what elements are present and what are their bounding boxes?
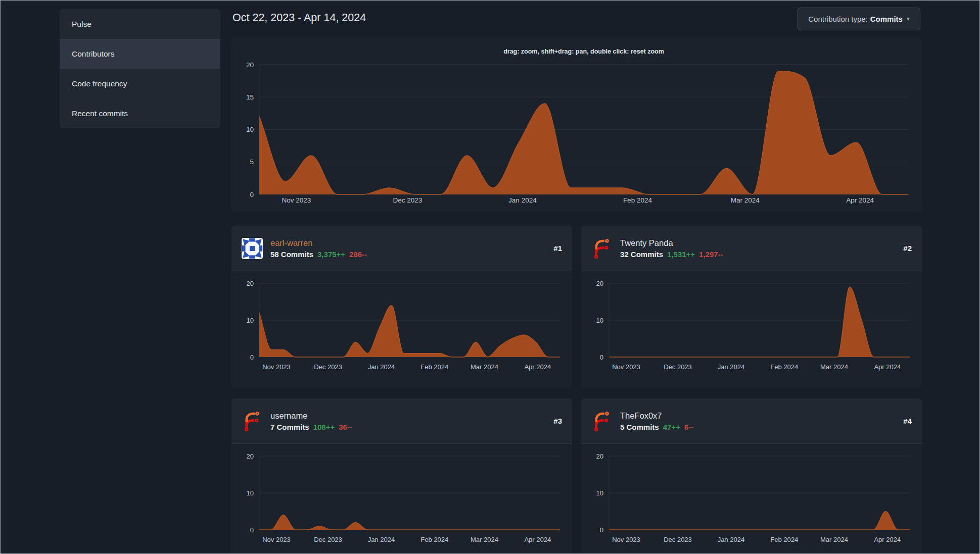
- svg-text:0: 0: [600, 526, 603, 534]
- deletions-count: 6--: [684, 423, 693, 431]
- commit-count: 32 Commits: [620, 250, 663, 259]
- svg-text:Mar 2024: Mar 2024: [471, 536, 498, 543]
- svg-text:20: 20: [596, 452, 603, 460]
- activity-sidebar: Pulse Contributors Code frequency Recent…: [60, 9, 220, 128]
- svg-text:Dec 2023: Dec 2023: [314, 536, 342, 543]
- chart-zoom-hint: drag: zoom, shift+drag: pan, double clic…: [259, 48, 908, 55]
- commit-count: 7 Commits: [270, 423, 309, 431]
- contribution-type-label: Contribution type:: [808, 15, 868, 23]
- svg-text:Feb 2024: Feb 2024: [421, 536, 448, 543]
- contributor-chart[interactable]: 01020Nov 2023Dec 2023Jan 2024Feb 2024Mar…: [231, 271, 572, 388]
- svg-text:10: 10: [246, 126, 254, 133]
- contributor-chart[interactable]: 01020Nov 2023Dec 2023Jan 2024Feb 2024Mar…: [581, 271, 922, 388]
- contributor-info: username 7 Commits 108++ 36--: [270, 411, 352, 431]
- contribution-type-value: Commits: [870, 15, 903, 23]
- svg-text:Apr 2024: Apr 2024: [874, 536, 901, 543]
- svg-text:Jan 2024: Jan 2024: [508, 196, 537, 204]
- contributor-card-header: earl-warren 58 Commits 3,375++ 286-- #1: [231, 226, 572, 271]
- svg-text:Nov 2023: Nov 2023: [262, 536, 291, 543]
- contributor-card-header: username 7 Commits 108++ 36-- #3: [231, 398, 572, 444]
- forgejo-logo-avatar[interactable]: [242, 411, 263, 432]
- contribution-type-dropdown[interactable]: Contribution type: Commits ▾: [798, 8, 920, 30]
- rank-badge: #3: [553, 417, 562, 425]
- rank-badge: #1: [553, 244, 562, 253]
- contributor-chart[interactable]: 01020Nov 2023Dec 2023Jan 2024Feb 2024Mar…: [231, 444, 572, 554]
- contributor-stats: 58 Commits 3,375++ 286--: [270, 250, 367, 259]
- commit-count: 5 Commits: [620, 423, 659, 431]
- svg-text:0: 0: [250, 526, 254, 534]
- svg-text:Jan 2024: Jan 2024: [368, 536, 395, 543]
- svg-text:0: 0: [250, 191, 254, 198]
- deletions-count: 36--: [339, 423, 352, 431]
- contributor-card-header: Twenty Panda 32 Commits 1,531++ 1,297-- …: [581, 226, 922, 271]
- svg-text:Nov 2023: Nov 2023: [282, 196, 311, 204]
- svg-text:Jan 2024: Jan 2024: [718, 536, 745, 543]
- contributor-card-4: TheFox0x7 5 Commits 47++ 6-- #4 01020Nov…: [581, 398, 922, 554]
- svg-text:Mar 2024: Mar 2024: [820, 536, 848, 543]
- svg-text:Mar 2024: Mar 2024: [731, 196, 760, 204]
- svg-text:Dec 2023: Dec 2023: [664, 363, 692, 371]
- contributor-cards: earl-warren 58 Commits 3,375++ 286-- #1 …: [231, 226, 922, 554]
- date-range-heading: Oct 22, 2023 - Apr 14, 2024: [232, 12, 366, 24]
- sidebar-item-code-frequency[interactable]: Code frequency: [60, 69, 220, 98]
- svg-text:Dec 2023: Dec 2023: [393, 196, 423, 204]
- svg-text:Feb 2024: Feb 2024: [770, 363, 798, 371]
- svg-text:Apr 2024: Apr 2024: [524, 363, 551, 371]
- additions-count: 1,531++: [667, 250, 695, 259]
- forgejo-logo-avatar[interactable]: [591, 411, 613, 432]
- svg-text:5: 5: [250, 158, 254, 166]
- contributor-card-3: username 7 Commits 108++ 36-- #3 01020No…: [231, 398, 572, 554]
- rank-badge: #2: [903, 244, 912, 253]
- contributor-name[interactable]: TheFox0x7: [620, 411, 693, 421]
- contributor-name[interactable]: username: [270, 411, 352, 421]
- svg-text:0: 0: [600, 354, 603, 361]
- overall-activity-panel: drag: zoom, shift+drag: pan, double clic…: [231, 38, 922, 212]
- svg-text:Dec 2023: Dec 2023: [314, 363, 342, 371]
- svg-text:Feb 2024: Feb 2024: [623, 196, 652, 204]
- svg-text:0: 0: [250, 354, 254, 361]
- svg-text:Apr 2024: Apr 2024: [846, 196, 874, 204]
- forgejo-activity-page: Pulse Contributors Code frequency Recent…: [0, 0, 980, 554]
- svg-text:Jan 2024: Jan 2024: [718, 363, 745, 371]
- sidebar-item-contributors[interactable]: Contributors: [60, 39, 220, 69]
- svg-text:Dec 2023: Dec 2023: [664, 536, 692, 543]
- main-content: Oct 22, 2023 - Apr 14, 2024 Contribution…: [231, 1, 922, 554]
- svg-text:Nov 2023: Nov 2023: [612, 363, 640, 371]
- svg-text:15: 15: [246, 93, 254, 101]
- svg-text:Mar 2024: Mar 2024: [820, 363, 848, 371]
- svg-text:Feb 2024: Feb 2024: [421, 363, 448, 371]
- svg-text:20: 20: [247, 452, 254, 460]
- additions-count: 108++: [313, 423, 335, 431]
- contributor-chart[interactable]: 01020Nov 2023Dec 2023Jan 2024Feb 2024Mar…: [581, 444, 922, 554]
- svg-text:10: 10: [596, 317, 603, 324]
- svg-text:Mar 2024: Mar 2024: [471, 363, 498, 371]
- contributor-stats: 32 Commits 1,531++ 1,297--: [620, 250, 723, 259]
- svg-text:Apr 2024: Apr 2024: [524, 536, 551, 543]
- contributor-name[interactable]: earl-warren: [270, 238, 367, 248]
- svg-text:Feb 2024: Feb 2024: [770, 536, 798, 543]
- svg-text:20: 20: [247, 280, 254, 287]
- contributor-info: Twenty Panda 32 Commits 1,531++ 1,297--: [620, 238, 723, 259]
- contributor-name[interactable]: Twenty Panda: [620, 238, 723, 248]
- sidebar-item-recent-commits[interactable]: Recent commits: [60, 98, 220, 128]
- overall-activity-chart[interactable]: 05101520Nov 2023Dec 2023Jan 2024Feb 2024…: [231, 38, 922, 212]
- additions-count: 3,375++: [317, 250, 345, 259]
- contributor-info: TheFox0x7 5 Commits 47++ 6--: [620, 411, 693, 431]
- identicon-avatar[interactable]: [242, 238, 263, 259]
- contributor-info: earl-warren 58 Commits 3,375++ 286--: [270, 238, 367, 259]
- svg-text:Nov 2023: Nov 2023: [612, 536, 640, 543]
- svg-text:20: 20: [246, 61, 254, 69]
- svg-text:10: 10: [596, 489, 603, 497]
- contributor-stats: 5 Commits 47++ 6--: [620, 423, 693, 431]
- sidebar-item-pulse[interactable]: Pulse: [60, 9, 220, 39]
- contributor-card-1: earl-warren 58 Commits 3,375++ 286-- #1 …: [231, 226, 572, 388]
- svg-text:10: 10: [247, 317, 254, 324]
- svg-text:10: 10: [247, 489, 254, 497]
- chevron-down-icon: ▾: [907, 15, 910, 22]
- forgejo-logo-avatar[interactable]: [591, 238, 613, 259]
- svg-text:20: 20: [596, 280, 603, 287]
- rank-badge: #4: [903, 417, 912, 425]
- deletions-count: 1,297--: [699, 250, 723, 259]
- svg-text:Jan 2024: Jan 2024: [368, 363, 395, 371]
- svg-text:Apr 2024: Apr 2024: [874, 363, 901, 371]
